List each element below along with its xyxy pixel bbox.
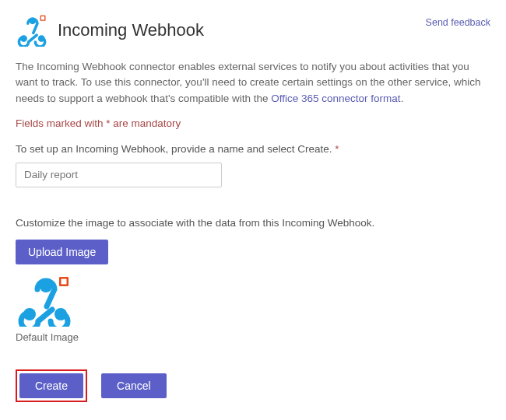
connector-description: The Incoming Webhook connector enables e… [16,59,490,107]
svg-point-7 [54,308,67,320]
connector-format-link[interactable]: Office 365 connector format [271,93,400,104]
svg-point-2 [38,35,45,42]
description-text-before: The Incoming Webhook connector enables e… [16,61,480,104]
upload-image-button[interactable]: Upload Image [16,240,108,264]
default-image-block: Default Image [16,275,490,343]
default-image-caption: Default Image [16,331,490,343]
customize-image-label: Customize the image to associate with th… [16,217,490,229]
required-marker: * [335,143,339,155]
svg-point-6 [23,308,36,320]
svg-point-1 [20,35,27,42]
svg-rect-4 [41,16,44,19]
svg-rect-9 [61,278,67,284]
page-title: Incoming Webhook [58,20,204,40]
dialog-actions: Create Cancel [16,369,490,402]
svg-point-0 [30,17,37,24]
title-section: Incoming Webhook [16,14,204,47]
svg-point-5 [40,280,52,292]
description-text-after: . [401,93,404,104]
dialog-header: Incoming Webhook Send feedback [16,14,490,47]
create-button-highlight: Create [16,369,87,402]
cancel-button[interactable]: Cancel [101,373,167,398]
send-feedback-link[interactable]: Send feedback [426,17,490,28]
mandatory-fields-note: Fields marked with * are mandatory [16,117,490,129]
default-webhook-image [16,275,73,327]
webhook-name-input[interactable] [16,163,222,187]
webhook-icon [16,14,48,47]
name-field-label: To set up an Incoming Webhook, provide a… [16,143,490,155]
name-field-label-text: To set up an Incoming Webhook, provide a… [16,143,335,155]
create-button[interactable]: Create [19,373,83,398]
